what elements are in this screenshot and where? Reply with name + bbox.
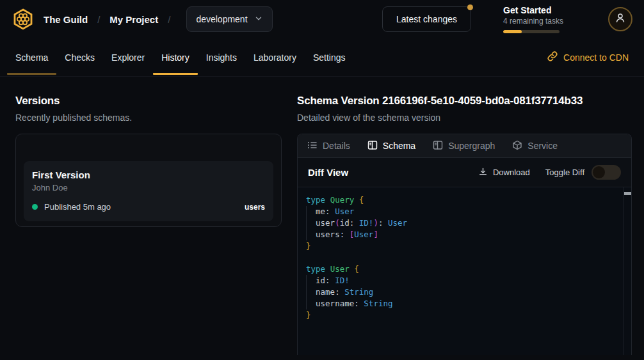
notification-dot xyxy=(467,4,473,10)
chevron-down-icon xyxy=(254,14,263,25)
version-author: John Doe xyxy=(32,183,265,192)
get-started-title: Get Started xyxy=(503,5,599,15)
indent-guide xyxy=(306,206,316,217)
code-line xyxy=(306,252,622,263)
version-meta-row: Published 5m ago users xyxy=(32,202,265,212)
target-nav: Schema Checks Explorer History Insights … xyxy=(0,38,644,77)
nav-tab-label: Checks xyxy=(65,52,95,63)
link-icon xyxy=(547,51,558,63)
panels-icon xyxy=(367,140,378,152)
nav-tab-label: Settings xyxy=(313,52,346,63)
version-service-badge: users xyxy=(245,203,265,212)
get-started-progressbar xyxy=(503,30,559,33)
indent-guide xyxy=(306,298,316,309)
indent-guide xyxy=(306,275,316,286)
version-detail-card: Details Schema xyxy=(297,134,632,355)
breadcrumb: The Guild / My Project / xyxy=(44,14,180,25)
indent-guide xyxy=(306,286,316,298)
detail-tab-label: Schema xyxy=(383,141,415,151)
code-line: username: String xyxy=(306,298,622,309)
code-line: type User { xyxy=(306,263,622,275)
indent-guide xyxy=(306,217,316,229)
code-scrollbar[interactable] xyxy=(623,187,631,355)
get-started-widget[interactable]: Get Started 4 remaining tasks xyxy=(503,5,599,33)
nav-tab-history[interactable]: History xyxy=(153,38,198,76)
breadcrumb-separator: / xyxy=(97,14,100,25)
code-line: users: [User] xyxy=(306,229,622,240)
connect-to-cdn-link[interactable]: Connect to CDN xyxy=(547,38,637,76)
detail-tab-details[interactable]: Details xyxy=(307,140,350,152)
code-line: id: ID! xyxy=(306,275,622,286)
progress-fill xyxy=(503,30,522,33)
code-line: name: String xyxy=(306,286,622,298)
indent-guide xyxy=(306,229,316,240)
box-icon xyxy=(512,140,522,152)
target-select[interactable]: development xyxy=(186,6,272,32)
code-line: } xyxy=(306,240,622,252)
versions-title: Versions xyxy=(15,95,282,107)
nav-tab-label: Explorer xyxy=(111,52,145,63)
detail-tabs: Details Schema xyxy=(298,134,631,158)
nav-tab-schema[interactable]: Schema xyxy=(7,38,56,76)
main-content: Versions Recently published schemas. Fir… xyxy=(0,77,644,355)
toggle-diff-label: Toggle Diff xyxy=(545,168,584,177)
versions-list: First Version John Doe Published 5m ago … xyxy=(15,134,282,227)
version-detail-title: Schema Version 2166196f-5e10-4059-bd0a-0… xyxy=(297,95,632,107)
nav-tab-insights[interactable]: Insights xyxy=(198,38,245,76)
code-line: me: User xyxy=(306,206,622,217)
toggle-diff-control: Toggle Diff xyxy=(545,165,621,180)
toggle-diff-switch[interactable] xyxy=(592,165,621,180)
diff-view-actions: Download Toggle Diff xyxy=(478,165,621,180)
download-label: Download xyxy=(493,168,530,177)
nav-tab-explorer[interactable]: Explorer xyxy=(103,38,153,76)
code-line: user(id: ID!): User xyxy=(306,217,622,229)
download-icon xyxy=(478,167,488,178)
nav-underline-secondary xyxy=(7,73,56,75)
code-block: type Query {me: Useruser(id: ID!): Useru… xyxy=(306,194,622,321)
breadcrumb-org[interactable]: The Guild xyxy=(44,14,88,25)
detail-tab-label: Supergraph xyxy=(448,141,495,151)
version-status: Published 5m ago xyxy=(44,202,111,212)
get-started-remaining: 4 remaining tasks xyxy=(503,17,599,26)
code-line: } xyxy=(306,309,622,321)
top-header: The Guild / My Project / development Lat… xyxy=(0,0,644,38)
nav-tab-laboratory[interactable]: Laboratory xyxy=(245,38,305,76)
nav-tab-label: Laboratory xyxy=(254,52,296,63)
connect-to-cdn-label: Connect to CDN xyxy=(563,52,629,63)
diff-view-header: Diff View Download Toggle Diff xyxy=(298,158,631,187)
nav-tab-checks[interactable]: Checks xyxy=(56,38,103,76)
list-icon xyxy=(307,140,318,152)
header-right: Latest changes Get Started 4 remaining t… xyxy=(382,5,632,33)
version-detail-subtitle: Detailed view of the schema version xyxy=(297,113,632,123)
versions-panel: Versions Recently published schemas. Fir… xyxy=(0,77,297,355)
version-name: First Version xyxy=(32,169,265,180)
detail-tab-schema[interactable]: Schema xyxy=(367,140,415,152)
user-icon xyxy=(615,12,626,26)
breadcrumb-project[interactable]: My Project xyxy=(109,14,158,25)
user-avatar[interactable] xyxy=(608,7,632,31)
diff-view-title: Diff View xyxy=(308,167,348,178)
version-detail-panel: Schema Version 2166196f-5e10-4059-bd0a-0… xyxy=(297,77,644,355)
nav-tab-settings[interactable]: Settings xyxy=(305,38,354,76)
breadcrumb-separator: / xyxy=(168,14,170,25)
panels-icon xyxy=(433,140,443,152)
version-list-item[interactable]: First Version John Doe Published 5m ago … xyxy=(24,161,273,221)
published-status-dot xyxy=(32,204,38,210)
detail-tab-label: Service xyxy=(527,141,558,151)
switch-knob xyxy=(593,166,605,178)
detail-tab-supergraph[interactable]: Supergraph xyxy=(433,140,495,152)
code-scrollbar-thumb[interactable] xyxy=(624,192,631,195)
schema-code-viewer: type Query {me: Useruser(id: ID!): Useru… xyxy=(298,187,631,355)
nav-tab-label: Insights xyxy=(206,52,237,63)
nav-underline-active xyxy=(153,73,198,75)
target-select-value: development xyxy=(196,14,247,24)
nav-tab-label: Schema xyxy=(15,52,48,63)
code-line: type Query { xyxy=(306,194,622,206)
download-button[interactable]: Download xyxy=(478,167,530,178)
nav-tab-label: History xyxy=(161,52,189,63)
hive-app: The Guild / My Project / development Lat… xyxy=(0,0,644,360)
detail-tab-service[interactable]: Service xyxy=(512,140,558,152)
detail-tab-label: Details xyxy=(323,141,350,151)
hive-logo-icon[interactable] xyxy=(12,8,35,31)
latest-changes-button[interactable]: Latest changes xyxy=(382,6,471,32)
